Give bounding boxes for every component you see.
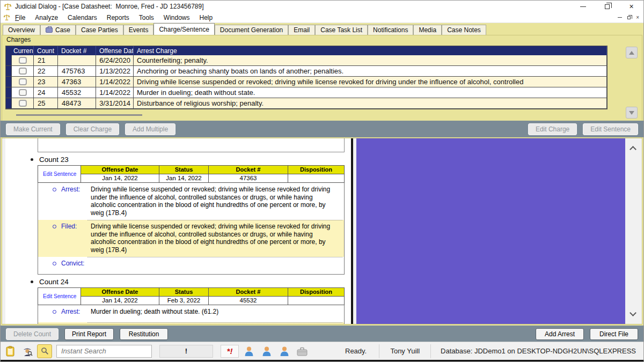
row-selector[interactable] (6, 66, 12, 77)
briefcase-icon (46, 27, 53, 33)
menu-reports[interactable]: Reports (102, 14, 134, 21)
count-summary-table: Offense Date Status Docket # Disposition… (38, 165, 345, 183)
tab-charge-sentence[interactable]: Charge/Sentence (153, 23, 214, 35)
priority-alert-button[interactable]: *! (221, 345, 239, 358)
count-entries: Arrest: Driving while license suspended … (38, 183, 345, 275)
delete-count-button[interactable]: Delete Count (6, 328, 58, 340)
charge-row-22[interactable]: 22 475763 1/13/2022 Anchoring or beachin… (6, 66, 607, 77)
dtd-docket: 47363 (209, 174, 288, 183)
direct-file-button[interactable]: Direct File (590, 328, 638, 340)
person-button-3[interactable] (277, 344, 292, 358)
header-current: Current (12, 46, 34, 55)
count-heading: Count 24 (31, 278, 351, 286)
entry-label: Arrest: (61, 186, 91, 217)
charge-row-23[interactable]: 23 47363 1/14/2022 Driving while license… (6, 77, 607, 87)
edit-sentence-link[interactable]: Edit Sentence (38, 288, 81, 305)
charge-row-21[interactable]: 21 6/24/2020 Counterfeiting; penalty. (6, 55, 607, 66)
menu-analyze[interactable]: Analyze (30, 14, 63, 21)
chevron-up-icon[interactable] (630, 146, 636, 153)
horizontal-scrollbar[interactable] (5, 112, 608, 117)
viewer-background (356, 138, 625, 324)
tab-events[interactable]: Events (123, 25, 154, 35)
circle-bullet-icon (53, 188, 56, 191)
arrest-charge-cell: Murder in dueling; death without state. (134, 87, 607, 98)
count-cell: 25 (34, 98, 58, 109)
minimize-button[interactable] (571, 1, 595, 12)
entry-text: Murder in dueling; death without state. … (91, 308, 344, 316)
row-selector[interactable] (6, 77, 12, 87)
tab-label: Email (294, 26, 310, 34)
offense-date-cell: 6/24/2020 (96, 55, 134, 66)
mdi-close-icon[interactable]: × (636, 15, 639, 20)
tab-case-notes[interactable]: Case Notes (442, 25, 486, 35)
tab-notifications[interactable]: Notifications (368, 25, 413, 35)
menu-windows[interactable]: Windows (159, 14, 195, 21)
scroll-down-button[interactable] (626, 107, 638, 119)
restitution-button[interactable]: Restitution (120, 328, 168, 340)
edit-sentence-button[interactable]: Edit Sentence (583, 123, 638, 135)
horizontal-scrollbar-thumb[interactable] (16, 114, 142, 116)
mdi-restore-icon[interactable] (627, 16, 631, 19)
dtd-status: Feb 3, 2022 (159, 297, 209, 305)
add-multiple-button[interactable]: Add Multiple (125, 123, 175, 135)
chevron-down-icon[interactable] (630, 309, 636, 316)
tab-label: Events (129, 26, 149, 34)
arrest-charge-cell: Driving while license suspended or revok… (134, 77, 607, 87)
investigator-button[interactable] (20, 344, 35, 358)
clear-charge-button[interactable]: Clear Charge (66, 123, 119, 135)
menu-calendars[interactable]: Calendars (63, 14, 102, 21)
menu-file[interactable]: File (10, 14, 30, 21)
menu-tools[interactable]: Tools (134, 14, 159, 21)
tab-overview[interactable]: Overview (3, 25, 40, 35)
current-checkbox[interactable] (19, 68, 27, 75)
briefcase-button[interactable] (295, 344, 310, 358)
dth-offense-date: Offense Date (81, 166, 159, 174)
arrest-charge-cell: Counterfeiting; penalty. (134, 55, 607, 66)
current-cell (12, 55, 34, 66)
edit-charge-button[interactable]: Edit Charge (528, 123, 577, 135)
row-selector[interactable] (6, 98, 12, 109)
tab-case-parties[interactable]: Case Parties (76, 25, 123, 35)
instant-search-button[interactable] (37, 344, 52, 358)
mdi-minimize-icon[interactable] (618, 17, 622, 18)
clipboard-icon (5, 346, 15, 357)
row-selector[interactable] (6, 87, 12, 98)
charges-grid-header: Current Count Docket # Offense Date Arre… (6, 46, 607, 55)
vertical-scrollbar[interactable] (626, 138, 641, 324)
charge-row-25[interactable]: 25 48473 3/31/2014 Disturbance of religi… (6, 98, 607, 109)
person-button-1[interactable] (241, 344, 257, 358)
clipboard-button[interactable] (3, 344, 18, 358)
person-icon (261, 346, 272, 357)
current-checkbox[interactable] (19, 57, 27, 64)
docket-cell: 475763 (58, 66, 96, 77)
make-current-button[interactable]: Make Current (6, 123, 60, 135)
count-title-text: Count 24 (39, 278, 69, 286)
add-arrest-button[interactable]: Add Arrest (536, 328, 584, 340)
count-cell: 24 (34, 87, 58, 98)
tab-case[interactable]: Case (40, 25, 76, 35)
tab-case-task-list[interactable]: Case Task List (315, 25, 368, 35)
tab-label: Charge/Sentence (159, 26, 209, 33)
alert-button[interactable]: ! (159, 345, 213, 358)
edit-sentence-link[interactable]: Edit Sentence (38, 166, 81, 183)
print-report-button[interactable]: Print Report (64, 328, 114, 340)
charge-toolbar: Make Current Clear Charge Add Multiple E… (1, 121, 643, 137)
entry-label: Convict: (61, 260, 91, 271)
current-checkbox[interactable] (19, 89, 27, 96)
scroll-up-button[interactable] (626, 47, 638, 58)
current-checkbox[interactable] (19, 78, 27, 85)
current-checkbox[interactable] (19, 100, 27, 107)
tab-media[interactable]: Media (413, 25, 442, 35)
tab-document-generation[interactable]: Document Generation (215, 25, 288, 35)
charge-row-24[interactable]: 24 45532 1/14/2022 Murder in dueling; de… (6, 87, 607, 98)
menu-help[interactable]: Help (195, 14, 218, 21)
row-selector[interactable] (6, 55, 12, 66)
restore-button[interactable] (595, 1, 619, 12)
tab-email[interactable]: Email (288, 25, 315, 35)
close-button[interactable]: × (619, 1, 643, 12)
person-button-2[interactable] (259, 344, 274, 358)
tab-label: Case (55, 26, 70, 34)
entry-label: Filed: (61, 223, 91, 254)
instant-search-input[interactable] (56, 345, 152, 358)
tab-label: Overview (8, 26, 35, 34)
